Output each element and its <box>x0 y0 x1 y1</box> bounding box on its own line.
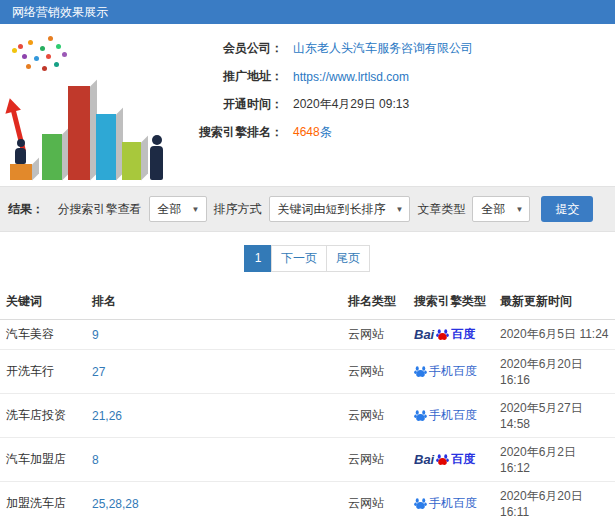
mobile-baidu-paw-icon <box>414 365 427 378</box>
page: 网络营销效果展示 会员公司： 山东老人头汽车服务咨询有限公司 推广地 <box>0 0 615 520</box>
table-row: 加盟洗车店 25,28,28 云网站 Bai 百度 <box>0 482 615 520</box>
mobile-baidu-paw-icon <box>414 497 427 510</box>
mobile-baidu-paw-icon <box>414 409 427 422</box>
chevron-down-icon: ▼ <box>192 205 200 214</box>
rank-link[interactable]: 27 <box>92 365 105 379</box>
rank-count-value: 4648条 <box>293 124 332 141</box>
info-section: 会员公司： 山东老人头汽车服务咨询有限公司 推广地址： https://www.… <box>0 24 615 186</box>
company-label: 会员公司： <box>175 40 283 57</box>
next-page-button[interactable]: 下一页 <box>271 245 327 272</box>
mobile-baidu-logo: 手机百度 <box>414 495 477 512</box>
engine-select-value: 全部 <box>158 201 182 218</box>
table-row: 汽车美容 9 云网站 Bai 百度 <box>0 320 615 350</box>
info-row-url: 推广地址： https://www.lrtlsd.com <box>175 68 615 85</box>
table-row: 汽车加盟店 8 云网站 Bai 百度 <box>0 438 615 482</box>
update-time-cell: 2020年6月2日 16:12 <box>500 445 576 475</box>
mobile-baidu-text: 手机百度 <box>429 363 477 380</box>
baidu-wordmark: Bai <box>414 327 434 342</box>
article-type-select[interactable]: 全部 ▼ <box>472 196 530 222</box>
mobile-baidu-logo: 手机百度 <box>414 407 477 424</box>
rank-type-cell: 云网站 <box>348 496 384 510</box>
bar-blue <box>96 114 116 180</box>
update-time-cell: 2020年5月27日 14:58 <box>500 401 583 431</box>
rank-type-cell: 云网站 <box>348 408 384 422</box>
confetti-decoration <box>18 44 23 49</box>
sort-filter-label: 排序方式 <box>214 201 262 218</box>
last-page-button[interactable]: 尾页 <box>326 245 370 272</box>
table-row: 洗车店投资 21,26 云网站 Bai 百度 <box>0 394 615 438</box>
keyword-cell: 洗车店投资 <box>6 408 66 422</box>
member-info: 会员公司： 山东老人头汽车服务咨询有限公司 推广地址： https://www.… <box>175 30 615 182</box>
header-keyword: 关键词 <box>0 284 86 320</box>
header-engine-type: 搜索引擎类型 <box>408 284 494 320</box>
page-number-current[interactable]: 1 <box>244 245 272 272</box>
result-label: 结果： <box>8 201 44 218</box>
keyword-cell: 汽车美容 <box>6 327 54 341</box>
open-time-value: 2020年4月29日 09:13 <box>293 96 409 113</box>
filter-controls: 分搜索引擎查看 全部 ▼ 排序方式 关键词由短到长排序 ▼ 文章类型 全部 ▼ … <box>58 196 594 222</box>
baidu-paw-icon <box>436 453 449 466</box>
table-row: 开洗车行 27 云网站 Bai 百度 <box>0 350 615 394</box>
bar-red <box>68 86 90 180</box>
article-type-label: 文章类型 <box>417 201 465 218</box>
promo-url-link[interactable]: https://www.lrtlsd.com <box>293 70 409 84</box>
engine-filter-label: 分搜索引擎查看 <box>58 201 142 218</box>
header-rank: 排名 <box>86 284 342 320</box>
article-type-select-value: 全部 <box>481 201 505 218</box>
table-header-row: 关键词 排名 排名类型 搜索引擎类型 最新更新时间 <box>0 284 615 320</box>
keyword-cell: 汽车加盟店 <box>6 452 66 466</box>
rank-type-cell: 云网站 <box>348 364 384 378</box>
open-time-label: 开通时间： <box>175 96 283 113</box>
rank-link[interactable]: 9 <box>92 328 99 342</box>
businessman-figure <box>150 135 163 180</box>
header-rank-type: 排名类型 <box>342 284 408 320</box>
rank-link[interactable]: 21,26 <box>92 409 122 423</box>
info-row-company: 会员公司： 山东老人头汽车服务咨询有限公司 <box>175 40 615 57</box>
baidu-logo: Bai 百度 <box>414 326 475 343</box>
rank-type-cell: 云网站 <box>348 327 384 341</box>
pagination: 1 下一页 尾页 <box>0 232 615 284</box>
submit-button[interactable]: 提交 <box>541 196 593 222</box>
sort-select[interactable]: 关键词由短到长排序 ▼ <box>269 196 411 222</box>
page-header-bar: 网络营销效果展示 <box>0 0 615 24</box>
update-time-cell: 2020年6月20日 16:11 <box>500 489 583 519</box>
rank-table: 关键词 排名 排名类型 搜索引擎类型 最新更新时间 汽车美容 9 云网站 Bai <box>0 284 615 520</box>
bar-orange <box>10 164 32 180</box>
keyword-cell: 加盟洗车店 <box>6 496 66 510</box>
sort-select-value: 关键词由短到长排序 <box>278 201 386 218</box>
rank-count-unit: 条 <box>320 125 332 139</box>
rank-count-label: 搜索引擎排名： <box>175 124 283 141</box>
baidu-paw-icon <box>436 328 449 341</box>
small-person-figure <box>15 139 26 164</box>
mobile-baidu-text: 手机百度 <box>429 407 477 424</box>
company-link[interactable]: 山东老人头汽车服务咨询有限公司 <box>293 40 473 57</box>
bar-green <box>42 134 62 180</box>
mobile-baidu-logo: 手机百度 <box>414 363 477 380</box>
table-body: 汽车美容 9 云网站 Bai 百度 <box>0 320 615 520</box>
info-row-rank-count: 搜索引擎排名： 4648条 <box>175 124 615 141</box>
keyword-cell: 开洗车行 <box>6 364 54 378</box>
baidu-logo: Bai 百度 <box>414 451 475 468</box>
bar-lightgreen <box>122 142 141 180</box>
promo-url-label: 推广地址： <box>175 68 283 85</box>
rank-link[interactable]: 8 <box>92 453 99 467</box>
update-time-cell: 2020年6月20日 16:16 <box>500 357 583 387</box>
baidu-wordmark: Bai <box>414 452 434 467</box>
baidu-cn-text: 百度 <box>451 451 475 468</box>
page-title: 网络营销效果展示 <box>12 5 108 19</box>
filter-bar: 结果： 分搜索引擎查看 全部 ▼ 排序方式 关键词由短到长排序 ▼ 文章类型 全… <box>0 186 615 232</box>
rank-type-cell: 云网站 <box>348 452 384 466</box>
baidu-cn-text: 百度 <box>451 326 475 343</box>
rank-count-number: 4648 <box>293 125 320 139</box>
chevron-down-icon: ▼ <box>396 205 404 214</box>
bar-chart-illustration <box>0 30 175 182</box>
mobile-baidu-text: 手机百度 <box>429 495 477 512</box>
info-row-open-time: 开通时间： 2020年4月29日 09:13 <box>175 96 615 113</box>
engine-select[interactable]: 全部 ▼ <box>149 196 207 222</box>
chevron-down-icon: ▼ <box>515 205 523 214</box>
update-time-cell: 2020年6月5日 11:24 <box>500 327 609 341</box>
header-update-time: 最新更新时间 <box>494 284 615 320</box>
rank-link[interactable]: 25,28,28 <box>92 497 139 511</box>
